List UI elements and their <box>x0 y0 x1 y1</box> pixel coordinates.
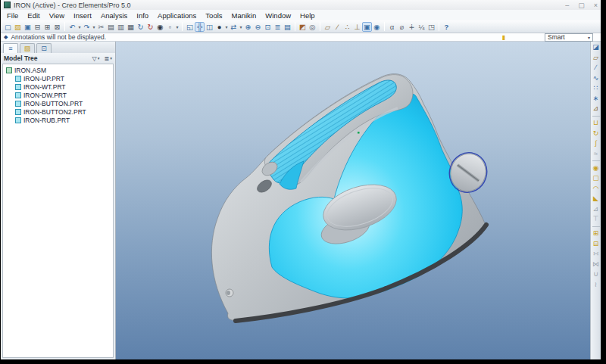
menu-applications[interactable]: Applications <box>153 11 201 20</box>
flexibility-tool-icon[interactable]: ≀ <box>592 281 601 289</box>
zoom-out-icon[interactable]: ⊖ <box>253 22 263 32</box>
datum-csys-icon[interactable]: ⊥ <box>352 22 362 32</box>
title-bar[interactable]: IRON (Active) - Creo Elements/Pro 5.0 – … <box>1 0 601 10</box>
axis-tool-icon[interactable]: ∗ <box>592 95 601 103</box>
tree-node-part[interactable]: IRON-WT.PRT <box>3 82 113 91</box>
open-icon[interactable]: ▨ <box>13 22 23 32</box>
tree-node-part[interactable]: IRON-BUTTON.PRT <box>3 99 113 107</box>
menu-help[interactable]: Help <box>295 11 320 20</box>
spin-center-display-icon[interactable]: ◉ <box>372 22 382 32</box>
pattern-tool-icon[interactable]: ∺ <box>592 250 601 258</box>
folder-browser-tab[interactable]: ▨ <box>20 43 35 53</box>
spline-tool-icon[interactable]: ∿ <box>592 74 601 82</box>
save-copy-icon[interactable]: ⊞ <box>42 22 52 32</box>
menu-view[interactable]: View <box>45 11 69 20</box>
regen-manager-icon[interactable]: ↻ <box>145 22 155 32</box>
new-file-icon[interactable]: ▢ <box>3 22 13 32</box>
datum-plane-tool-icon[interactable]: ▱ <box>592 54 601 62</box>
render-icon[interactable]: ◎ <box>308 22 317 32</box>
menu-window[interactable]: Window <box>261 11 295 20</box>
rib-tool-icon[interactable]: ⊤ <box>592 215 601 223</box>
datum-tag-icon[interactable]: ∔ <box>407 22 417 32</box>
spin-center-icon[interactable]: ╬ <box>195 22 205 32</box>
tree-node-part[interactable]: IRON-UP.PRT <box>3 74 113 82</box>
mirror-tool-icon[interactable]: ⋈ <box>592 260 601 269</box>
extrude-tool-icon[interactable]: ⊔ <box>592 119 601 127</box>
menu-info[interactable]: Info <box>132 11 153 20</box>
merge-tool-icon[interactable]: ∪ <box>592 270 601 278</box>
symbol-icon[interactable]: ¼ <box>417 22 426 32</box>
save-icon[interactable]: ▣ <box>23 22 33 32</box>
layers-icon[interactable]: ≣ <box>273 22 283 32</box>
round-tool-icon[interactable]: ◠ <box>592 185 601 193</box>
draft-tool-icon[interactable]: ⊿ <box>592 205 601 213</box>
favorites-tab[interactable]: ⊡ <box>36 43 52 53</box>
menu-insert[interactable]: Insert <box>69 11 96 20</box>
copy-icon[interactable]: ▤ <box>106 22 116 32</box>
part-icon <box>15 84 21 90</box>
minimize-button[interactable]: – <box>565 2 569 9</box>
tree-node-part[interactable]: IRON-DW.PRT <box>3 91 113 99</box>
graphics-viewport[interactable] <box>116 42 590 359</box>
paste-icon[interactable]: ▥ <box>116 22 126 32</box>
redo-icon[interactable]: ↷ <box>82 22 92 32</box>
undo-icon[interactable]: ↶ <box>67 22 77 32</box>
menu-edit[interactable]: Edit <box>23 11 44 20</box>
regenerate-icon[interactable]: ↻ <box>136 22 145 32</box>
zoom-in-icon[interactable]: ⊕ <box>243 22 253 32</box>
chamfer-tool-icon[interactable]: ◣ <box>592 194 601 203</box>
datum-axes-icon[interactable]: ∕ <box>333 22 342 32</box>
sweep-tool-icon[interactable]: ∫ <box>592 139 601 148</box>
redraw-icon[interactable]: ◱ <box>185 22 195 32</box>
line-tool-icon[interactable]: ∕ <box>592 64 601 72</box>
erase-icon[interactable]: ⊠ <box>52 22 62 32</box>
blend-tool-icon[interactable]: ≈ <box>592 150 601 158</box>
shell-tool-icon[interactable]: ▢ <box>592 174 601 182</box>
iron-3d-model[interactable] <box>116 42 590 359</box>
filter-icon: ▽ <box>92 55 97 62</box>
datum-planes-icon[interactable]: ▱ <box>323 22 333 32</box>
csys-tool-icon[interactable]: ⊿ <box>592 104 601 113</box>
display-style-icon[interactable]: ◫ <box>205 22 214 32</box>
part-icon <box>15 109 21 115</box>
note-icon[interactable]: α <box>387 22 397 32</box>
revolve-tool-icon[interactable]: ↻ <box>592 129 601 138</box>
tree-show-button[interactable]: ≣ ▾ <box>105 55 112 62</box>
select-dropdown-caret[interactable]: ▾ <box>175 24 180 30</box>
tree-node-label: IRON-BUTTON2.PRT <box>23 108 86 116</box>
menu-manikin[interactable]: Manikin <box>227 11 261 20</box>
context-help-icon[interactable]: ? <box>442 22 451 32</box>
select-box-icon[interactable]: ▫ <box>165 22 175 32</box>
tree-settings-button[interactable]: ▽ ▾ <box>92 55 100 62</box>
print-icon[interactable]: ⊟ <box>33 22 42 32</box>
find-icon[interactable]: ◉ <box>155 22 165 32</box>
tree-node-assembly[interactable]: IRON.ASM <box>3 66 113 74</box>
tree-node-part[interactable]: IRON-RUB.PRT <box>3 116 113 124</box>
annotation-display-icon[interactable]: ▣ <box>362 22 372 32</box>
hole-tool-icon[interactable]: ◉ <box>592 164 601 173</box>
view-manager-icon[interactable]: ▤ <box>283 22 292 32</box>
chevron-down-icon: ▾ <box>588 35 590 40</box>
create-component-tool-icon[interactable]: ⊟ <box>592 240 601 248</box>
refit-icon[interactable]: ⊡ <box>263 22 273 32</box>
model-tree-tab[interactable]: ≡ <box>3 43 18 53</box>
paste-special-icon[interactable]: ▦ <box>126 22 136 32</box>
menu-file[interactable]: File <box>2 11 23 20</box>
assemble-tool-icon[interactable]: ⊞ <box>592 229 601 238</box>
point-tool-icon[interactable]: ∷ <box>592 84 601 92</box>
maximize-button[interactable]: ▢ <box>578 2 585 9</box>
cut-icon[interactable]: ✂ <box>96 22 106 32</box>
saved-views-icon[interactable]: ⇄ <box>229 22 239 32</box>
surface-finish-icon[interactable]: ⌀ <box>397 22 407 32</box>
menu-tools[interactable]: Tools <box>201 11 226 20</box>
sketch-tool-icon[interactable]: ◪ <box>592 43 601 51</box>
menu-analysis[interactable]: Analysis <box>96 11 132 20</box>
datum-points-icon[interactable]: ∴ <box>342 22 352 32</box>
appearance-gallery-icon[interactable]: ◩ <box>298 22 308 32</box>
close-button[interactable]: × <box>594 2 598 9</box>
selection-filter-dropdown[interactable]: Smart ▾ <box>545 33 593 42</box>
status-indicator-icon[interactable]: ▮ <box>502 34 505 41</box>
flag-icon[interactable]: ◳ <box>426 22 436 32</box>
tree-node-part[interactable]: IRON-BUTTON2.PRT <box>3 107 113 116</box>
shade-icon[interactable]: ● <box>214 22 224 32</box>
